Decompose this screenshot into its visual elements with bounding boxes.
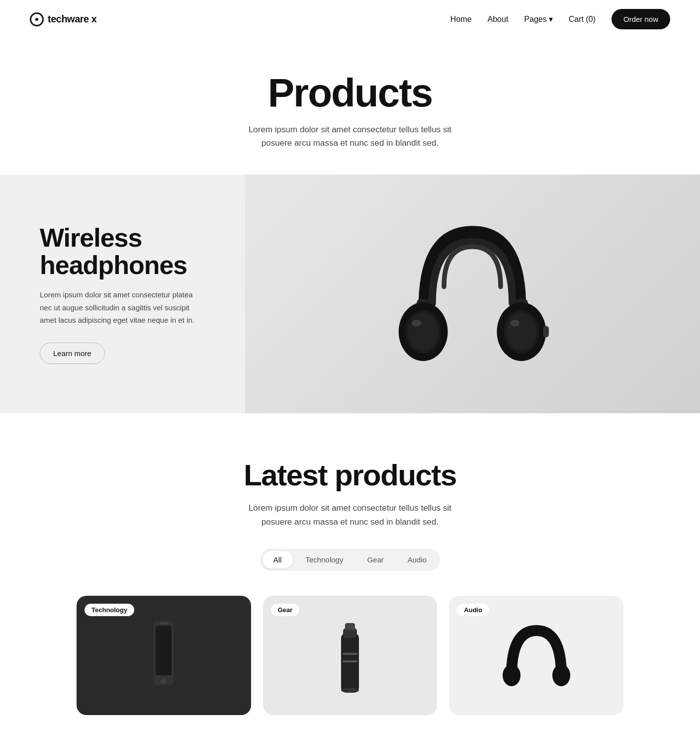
audio-product-illustration bbox=[502, 621, 571, 690]
logo-icon bbox=[30, 12, 44, 26]
svg-rect-11 bbox=[543, 326, 549, 338]
filter-tabs: All Technology Gear Audio bbox=[260, 549, 440, 571]
banner-title: Wireless headphones bbox=[40, 224, 199, 278]
brand-name: techware x bbox=[48, 13, 96, 25]
products-grid: Technology Gear bbox=[77, 596, 623, 715]
banner-description: Lorem ipsum dolor sit amet consectetur p… bbox=[40, 288, 199, 327]
learn-more-button[interactable]: Learn more bbox=[40, 343, 105, 364]
svg-rect-15 bbox=[160, 623, 168, 624]
svg-point-5 bbox=[408, 313, 438, 351]
nav-pages-dropdown[interactable]: Pages ▾ bbox=[524, 14, 552, 24]
card-badge-technology: Technology bbox=[85, 604, 134, 616]
banner-text-block: Wireless headphones Lorem ipsum dolor si… bbox=[0, 194, 239, 394]
nav-links: Home About Pages ▾ Cart (0) Order now bbox=[450, 9, 670, 29]
svg-point-10 bbox=[510, 320, 520, 327]
latest-title: Latest products bbox=[30, 458, 670, 492]
hero-title: Products bbox=[10, 73, 690, 113]
svg-rect-20 bbox=[343, 660, 357, 662]
product-card-technology[interactable]: Technology bbox=[77, 596, 251, 715]
svg-rect-16 bbox=[341, 633, 359, 693]
nav-about[interactable]: About bbox=[488, 15, 509, 24]
latest-section: Latest products Lorem ipsum dolor sit am… bbox=[0, 413, 700, 732]
filter-tab-technology[interactable]: Technology bbox=[295, 551, 354, 568]
headphones-illustration bbox=[378, 199, 567, 388]
nav-pages-label: Pages bbox=[524, 15, 546, 24]
svg-point-6 bbox=[412, 320, 422, 327]
card-badge-gear: Gear bbox=[271, 604, 300, 616]
order-now-button[interactable]: Order now bbox=[612, 9, 670, 29]
svg-point-14 bbox=[161, 679, 166, 684]
svg-point-0 bbox=[35, 18, 38, 21]
filter-tab-gear[interactable]: Gear bbox=[356, 551, 394, 568]
filter-tab-audio[interactable]: Audio bbox=[397, 551, 438, 568]
featured-banner: Wireless headphones Lorem ipsum dolor si… bbox=[0, 175, 700, 413]
product-card-audio[interactable]: Audio bbox=[449, 596, 623, 715]
gear-product-illustration bbox=[325, 613, 375, 698]
tech-product-illustration bbox=[134, 616, 193, 695]
svg-point-22 bbox=[503, 664, 521, 686]
card-badge-audio: Audio bbox=[457, 604, 489, 616]
latest-subtitle: Lorem ipsum dolor sit amet consectetur t… bbox=[241, 501, 459, 528]
svg-rect-19 bbox=[343, 653, 357, 655]
filter-tab-all[interactable]: All bbox=[262, 551, 293, 568]
svg-point-9 bbox=[507, 313, 537, 351]
nav-home[interactable]: Home bbox=[450, 15, 472, 24]
svg-rect-13 bbox=[156, 626, 172, 675]
product-card-gear[interactable]: Gear bbox=[263, 596, 438, 715]
nav-cart[interactable]: Cart (0) bbox=[569, 15, 596, 24]
svg-point-23 bbox=[552, 664, 570, 686]
navbar: techware x Home About Pages ▾ Cart (0) O… bbox=[0, 0, 700, 38]
hero-subtitle: Lorem ipsum dolor sit amet consectetur t… bbox=[241, 123, 459, 150]
svg-point-21 bbox=[341, 688, 359, 693]
svg-rect-18 bbox=[345, 623, 355, 630]
banner-image bbox=[245, 175, 700, 413]
chevron-down-icon: ▾ bbox=[549, 14, 553, 24]
brand-logo[interactable]: techware x bbox=[30, 12, 96, 26]
hero-section: Products Lorem ipsum dolor sit amet cons… bbox=[0, 38, 700, 175]
